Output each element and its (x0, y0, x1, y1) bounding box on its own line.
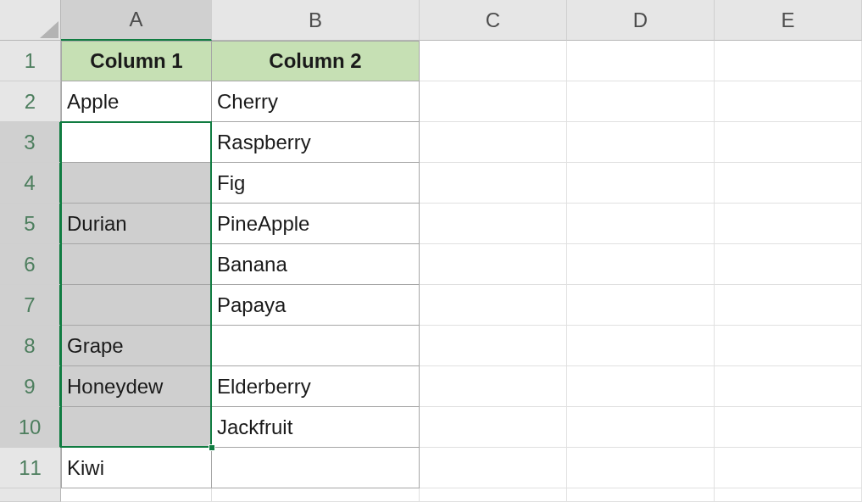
cell-E7[interactable] (715, 285, 862, 326)
cell-B10[interactable]: Jackfruit (212, 407, 420, 448)
cell-B3[interactable]: Raspberry (212, 122, 420, 163)
row-header-12[interactable] (0, 488, 61, 502)
cell-B7[interactable]: Papaya (212, 285, 420, 326)
cell-A2[interactable]: Apple (61, 81, 212, 122)
row-header-1[interactable]: 1 (0, 41, 61, 81)
cell-E4[interactable] (715, 163, 862, 204)
col-header-C[interactable]: C (420, 0, 567, 41)
cell-C7[interactable] (420, 285, 567, 326)
cell-E5[interactable] (715, 204, 862, 244)
cell-C11[interactable] (420, 448, 567, 488)
col-header-A[interactable]: A (61, 0, 212, 41)
select-all-corner[interactable] (0, 0, 61, 41)
row-header-10[interactable]: 10 (0, 407, 61, 448)
cell-E2[interactable] (715, 81, 862, 122)
row-header-7[interactable]: 7 (0, 285, 61, 326)
cell-A10[interactable] (61, 407, 212, 448)
cell-B2[interactable]: Cherry (212, 81, 420, 122)
cell-D12[interactable] (567, 488, 715, 502)
cell-D4[interactable] (567, 163, 715, 204)
fill-handle[interactable] (209, 444, 215, 451)
cell-C10[interactable] (420, 407, 567, 448)
cell-E12[interactable] (715, 488, 862, 502)
cell-E8[interactable] (715, 326, 862, 366)
cell-B12[interactable] (212, 488, 420, 502)
cell-D2[interactable] (567, 81, 715, 122)
col-header-B[interactable]: B (212, 0, 420, 41)
row-header-6[interactable]: 6 (0, 244, 61, 285)
cell-A8[interactable]: Grape (61, 326, 212, 366)
cell-A5[interactable]: Durian (61, 204, 212, 244)
cell-D9[interactable] (567, 366, 715, 407)
cell-E3[interactable] (715, 122, 862, 163)
cell-D8[interactable] (567, 326, 715, 366)
cell-B6[interactable]: Banana (212, 244, 420, 285)
cell-B1[interactable]: Column 2 (212, 41, 420, 81)
row-header-3[interactable]: 3 (0, 122, 61, 163)
cell-E11[interactable] (715, 448, 862, 488)
cell-D1[interactable] (567, 41, 715, 81)
row-header-2[interactable]: 2 (0, 81, 61, 122)
cell-B8[interactable] (212, 326, 420, 366)
row-header-11[interactable]: 11 (0, 448, 61, 488)
cell-A12[interactable] (61, 488, 212, 502)
cell-C9[interactable] (420, 366, 567, 407)
cell-A6[interactable] (61, 244, 212, 285)
cell-B5[interactable]: PineApple (212, 204, 420, 244)
cell-E10[interactable] (715, 407, 862, 448)
cell-D7[interactable] (567, 285, 715, 326)
cell-A9[interactable]: Honeydew (61, 366, 212, 407)
cell-C1[interactable] (420, 41, 567, 81)
cell-D11[interactable] (567, 448, 715, 488)
cell-C12[interactable] (420, 488, 567, 502)
cell-D5[interactable] (567, 204, 715, 244)
spreadsheet-grid[interactable]: A B C D E 1 Column 1 Column 2 2 Apple Ch… (0, 0, 868, 502)
cell-C8[interactable] (420, 326, 567, 366)
cell-A7[interactable] (61, 285, 212, 326)
cell-E1[interactable] (715, 41, 862, 81)
cell-D3[interactable] (567, 122, 715, 163)
cell-C5[interactable] (420, 204, 567, 244)
cell-B11[interactable] (212, 448, 420, 488)
cell-C2[interactable] (420, 81, 567, 122)
cell-A11[interactable]: Kiwi (61, 448, 212, 488)
cell-C4[interactable] (420, 163, 567, 204)
row-header-9[interactable]: 9 (0, 366, 61, 407)
cell-A1[interactable]: Column 1 (61, 41, 212, 81)
col-header-D[interactable]: D (567, 0, 715, 41)
cell-A4[interactable] (61, 163, 212, 204)
cell-A3[interactable] (61, 122, 212, 163)
row-header-5[interactable]: 5 (0, 204, 61, 244)
cell-D6[interactable] (567, 244, 715, 285)
col-header-E[interactable]: E (715, 0, 862, 41)
cell-C3[interactable] (420, 122, 567, 163)
cell-B9[interactable]: Elderberry (212, 366, 420, 407)
cell-D10[interactable] (567, 407, 715, 448)
row-header-4[interactable]: 4 (0, 163, 61, 204)
row-header-8[interactable]: 8 (0, 326, 61, 366)
cell-B4[interactable]: Fig (212, 163, 420, 204)
cell-E9[interactable] (715, 366, 862, 407)
cell-E6[interactable] (715, 244, 862, 285)
cell-C6[interactable] (420, 244, 567, 285)
